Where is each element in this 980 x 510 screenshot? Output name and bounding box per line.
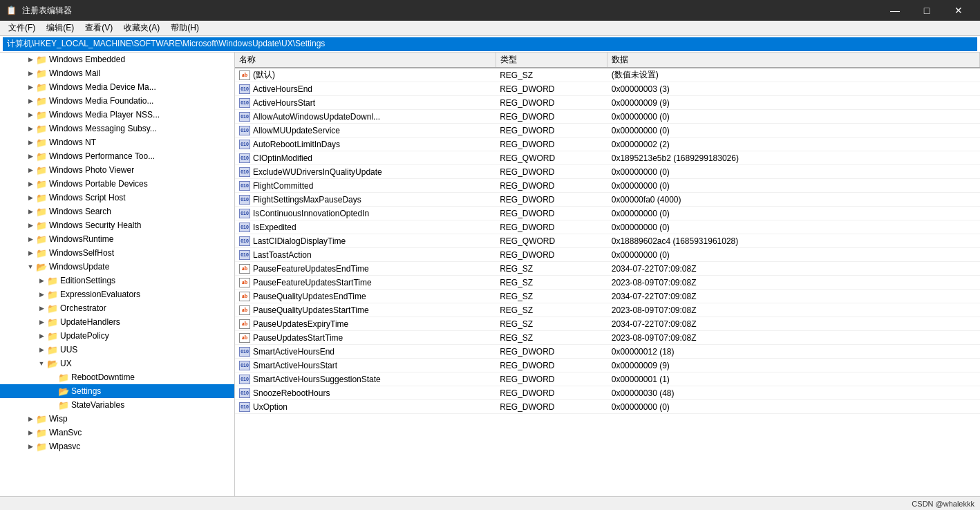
expand-icon[interactable]: ▶ [25,222,36,229]
table-row[interactable]: 010CIOptinModifiedREG_QWORD0x1895213e5b2… [235,151,980,165]
table-row[interactable]: 010FlightSettingsMaxPauseDaysREG_DWORD0x… [235,193,980,207]
tree-item-wlan-svc[interactable]: ▶📁WlanSvc [0,426,234,440]
cell-name: abPauseFeatureUpdatesEndTime [235,262,496,276]
table-row[interactable]: 010IsContinuousInnovationOptedInREG_DWOR… [235,207,980,220]
table-row[interactable]: 010FlightCommittedREG_DWORD0x00000000 (0… [235,179,980,193]
table-row[interactable]: abPauseFeatureUpdatesStartTimeREG_SZ2023… [235,276,980,290]
table-row[interactable]: 010SmartActiveHoursStartREG_DWORD0x00000… [235,359,980,372]
tree-item-expression-evaluators[interactable]: ▶📁ExpressionEvaluators [0,287,234,301]
expand-icon[interactable]: ▶ [25,56,36,63]
tree-item-windows-performance[interactable]: ▶📁Windows Performance Too... [0,149,234,163]
tree-item-windows-security-health[interactable]: ▶📁Windows Security Health [0,218,234,232]
tree-item-windows-media-foundation[interactable]: ▶📁Windows Media Foundatio... [0,94,234,108]
tree-item-orchestrator[interactable]: ▶📁Orchestrator [0,301,234,315]
table-row[interactable]: 010LastToastActionREG_DWORD0x00000000 (0… [235,248,980,262]
menu-item-编辑(E)[interactable]: 编辑(E) [41,21,79,35]
tree-item-windows-script-host[interactable]: ▶📁Windows Script Host [0,191,234,205]
table-row[interactable]: 010ExcludeWUDriversInQualityUpdateREG_DW… [235,165,980,179]
tree-item-update-policy[interactable]: ▶📁UpdatePolicy [0,329,234,343]
table-row[interactable]: 010ActiveHoursStartREG_DWORD0x00000009 (… [235,96,980,110]
tree-item-settings[interactable]: 📂Settings [0,384,234,398]
expand-icon[interactable]: ▶ [25,70,36,77]
expand-icon[interactable]: ▶ [36,346,47,353]
table-row[interactable]: 010AllowMUUpdateServiceREG_DWORD0x000000… [235,124,980,138]
table-row[interactable]: 010LastCIDialogDisplayTimeREG_QWORD0x188… [235,234,980,248]
reg-name: AllowMUUpdateService [253,126,340,135]
tree-item-uus[interactable]: ▶📁UUS [0,343,234,357]
tree-label: WindowsUpdate [49,262,109,272]
tree-item-windows-photo-viewer[interactable]: ▶📁Windows Photo Viewer [0,163,234,177]
tree-item-wisp[interactable]: ▶📁Wisp [0,412,234,426]
close-button[interactable]: ✕ [943,0,974,21]
tree-item-ux[interactable]: ▼📂UX [0,357,234,370]
expand-icon[interactable]: ▼ [25,263,36,270]
minimize-button[interactable]: — [879,0,911,21]
expand-icon[interactable]: ▶ [25,194,36,201]
expand-icon[interactable]: ▶ [36,277,47,284]
expand-icon[interactable]: ▶ [25,84,36,91]
expand-icon[interactable]: ▶ [36,332,47,339]
expand-icon[interactable]: ▶ [25,208,36,215]
cell-name: abPauseQualityUpdatesEndTime [235,290,496,303]
expand-icon[interactable]: ▶ [25,111,36,118]
tree-item-update-handlers[interactable]: ▶📁UpdateHandlers [0,315,234,329]
tree-item-windows-embedded[interactable]: ▶📁Windows Embedded [0,53,234,66]
table-row[interactable]: 010SnoozeRebootHoursREG_DWORD0x00000030 … [235,386,980,400]
menu-item-文件(F)[interactable]: 文件(F) [3,21,41,35]
menu-item-查看(V)[interactable]: 查看(V) [79,21,118,35]
tree-item-edition-settings[interactable]: ▶📁EditionSettings [0,274,234,287]
tree-item-windows-media-player[interactable]: ▶📁Windows Media Player NSS... [0,108,234,122]
expand-icon[interactable]: ▶ [25,429,36,436]
tree-item-windows-search[interactable]: ▶📁Windows Search [0,205,234,218]
tree-item-windows-media-device[interactable]: ▶📁Windows Media Device Ma... [0,80,234,94]
reg-name: PauseFeatureUpdatesStartTime [253,278,372,287]
tree-item-state-variables[interactable]: 📁StateVariables [0,398,234,412]
menu-item-收藏夹(A)[interactable]: 收藏夹(A) [118,21,165,35]
table-row[interactable]: abPauseUpdatesStartTimeREG_SZ2023-08-09T… [235,331,980,345]
tree-item-windows-messaging[interactable]: ▶📁Windows Messaging Subsy... [0,122,234,135]
table-row[interactable]: 010SmartActiveHoursEndREG_DWORD0x0000001… [235,345,980,359]
address-path[interactable]: 计算机\HKEY_LOCAL_MACHINE\SOFTWARE\Microsof… [3,37,977,51]
expand-icon[interactable]: ▶ [25,249,36,256]
tree-item-wlpasvc[interactable]: ▶📁Wlpasvc [0,440,234,453]
expand-icon[interactable]: ▶ [36,319,47,325]
expand-icon[interactable]: ▶ [25,415,36,422]
expand-icon[interactable]: ▶ [25,97,36,104]
tree-item-windows-portable-devices[interactable]: ▶📁Windows Portable Devices [0,177,234,191]
expand-icon[interactable]: ▶ [25,443,36,450]
expand-icon[interactable]: ▶ [25,167,36,173]
tree-item-windows-nt[interactable]: ▶📁Windows NT [0,135,234,149]
right-panel[interactable]: 名称 类型 数据 ab(默认)REG_SZ(数值未设置)010ActiveHou… [235,53,980,496]
expand-icon[interactable]: ▶ [25,180,36,187]
table-row[interactable]: 010AutoRebootLimitInDaysREG_DWORD0x00000… [235,138,980,151]
tree-item-windows-self-host[interactable]: ▶📁WindowsSelfHost [0,246,234,260]
table-row[interactable]: abPauseQualityUpdatesEndTimeREG_SZ2034-0… [235,290,980,303]
expand-icon[interactable]: ▶ [36,291,47,298]
table-row[interactable]: 010AllowAutoWindowsUpdateDownl...REG_DWO… [235,110,980,124]
expand-icon[interactable]: ▶ [25,125,36,132]
table-row[interactable]: 010IsExpeditedREG_DWORD0x00000000 (0) [235,220,980,234]
title-bar-title: 注册表编辑器 [22,5,72,17]
table-row[interactable]: 010ActiveHoursEndREG_DWORD0x00000003 (3) [235,82,980,96]
expand-icon[interactable]: ▶ [36,305,47,312]
tree-item-windows-runtime[interactable]: ▶📁WindowsRuntime [0,232,234,246]
table-row[interactable]: 010UxOptionREG_DWORD0x00000000 (0) [235,400,980,414]
expand-icon[interactable]: ▶ [25,139,36,146]
table-row[interactable]: abPauseUpdatesExpiryTimeREG_SZ2034-07-22… [235,317,980,331]
tree-item-windows-mail[interactable]: ▶📁Windows Mail [0,66,234,80]
table-row[interactable]: 010SmartActiveHoursSuggestionStateREG_DW… [235,372,980,386]
table-row[interactable]: abPauseFeatureUpdatesEndTimeREG_SZ2034-0… [235,262,980,276]
reg-name: ActiveHoursStart [253,98,315,108]
menu-item-帮助(H)[interactable]: 帮助(H) [165,21,205,35]
table-row[interactable]: ab(默认)REG_SZ(数值未设置) [235,68,980,82]
expand-icon[interactable]: ▶ [25,153,36,160]
cell-type: REG_SZ [496,290,607,303]
maximize-button[interactable]: □ [911,0,943,21]
tree-label: Windows NT [49,138,96,147]
tree-item-reboot-downtime[interactable]: 📁RebootDowntime [0,370,234,384]
tree-panel[interactable]: ▶📁Windows Embedded▶📁Windows Mail▶📁Window… [0,53,235,496]
expand-icon[interactable]: ▶ [25,236,36,243]
table-row[interactable]: abPauseQualityUpdatesStartTimeREG_SZ2023… [235,303,980,317]
tree-item-windows-update[interactable]: ▼📂WindowsUpdate [0,260,234,274]
expand-icon[interactable]: ▼ [36,360,47,367]
